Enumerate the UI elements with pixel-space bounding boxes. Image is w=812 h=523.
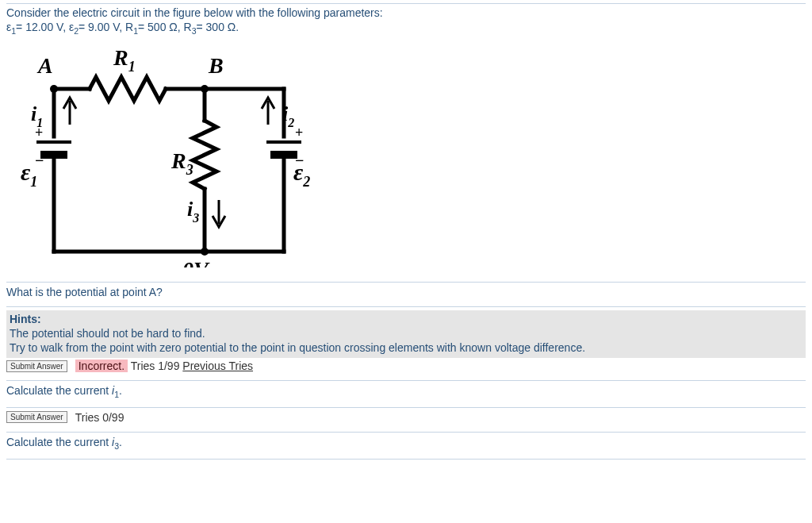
question-3: Calculate the current i3. (6, 436, 806, 451)
problem-intro: Consider the electric circuit in the fig… (6, 6, 383, 19)
label-b: B (208, 53, 224, 78)
label-zero: 0V (182, 257, 210, 267)
svg-point-16 (201, 248, 209, 256)
svg-point-15 (201, 85, 209, 93)
hints-title: Hints: (10, 313, 41, 325)
svg-text:+: + (35, 125, 43, 140)
label-i3: i3 (187, 198, 199, 225)
svg-point-14 (50, 85, 58, 93)
submit-button-1[interactable]: Submit Answer (6, 360, 67, 372)
tries-1: Tries 1/99 (131, 360, 183, 372)
submit-button-2[interactable]: Submit Answer (6, 411, 67, 423)
label-i2: i2 (282, 102, 294, 129)
label-r1: R1 (113, 45, 136, 75)
status-incorrect: Incorrect. (75, 360, 128, 372)
question-1: What is the potential at point A? (6, 286, 806, 298)
hints-line2: Try to walk from the point with zero pot… (10, 341, 585, 354)
question-2: Calculate the current i1. (6, 384, 806, 399)
label-a: A (36, 53, 53, 78)
circuit-figure: A B R1 R3 ε1 ε2 i1 i2 i3 0V + − + − (14, 45, 316, 267)
problem-statement: Consider the electric circuit in the fig… (6, 6, 806, 37)
tries-2: Tries 0/99 (75, 411, 124, 424)
hints-line1: The potential should not be hard to find… (10, 327, 205, 340)
previous-tries-link[interactable]: Previous Tries (182, 360, 253, 372)
label-r3: R3 (170, 148, 193, 178)
svg-text:−: − (35, 152, 44, 169)
svg-text:+: + (295, 125, 303, 140)
hints-box: Hints: The potential should not be hard … (6, 310, 806, 359)
svg-text:−: − (295, 152, 304, 169)
